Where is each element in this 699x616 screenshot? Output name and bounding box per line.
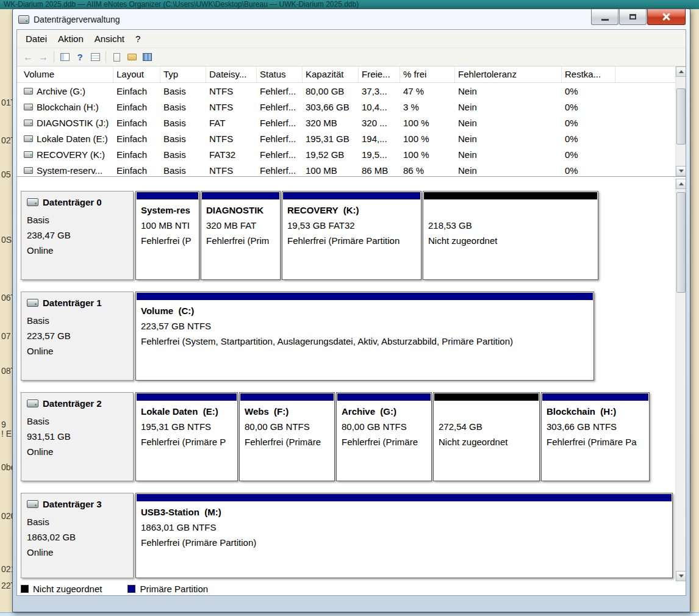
cell-typ: Basis <box>160 149 206 160</box>
menu-aktion[interactable]: Aktion <box>52 30 89 48</box>
volume-row-diagnostik-j[interactable]: DIAGNOSTIK (J:) Einfach Basis FAT Fehler… <box>17 115 686 131</box>
unallocated-region[interactable]: 218,53 GBNicht zugeordnet <box>423 191 598 280</box>
disk-name: Datenträger 2 <box>43 398 102 409</box>
scroll-up-button[interactable] <box>676 179 686 189</box>
disk-info-panel[interactable]: Datenträger 1 Basis 223,57 GB Online <box>21 292 134 381</box>
cell-layout: Einfach <box>113 149 160 160</box>
scroll-down-button[interactable] <box>676 166 686 176</box>
partition-recovery-k[interactable]: RECOVERY (K:)19,53 GB FAT32Fehlerfrei (P… <box>282 191 421 280</box>
back-icon[interactable] <box>21 51 35 64</box>
partition-status: Fehlerfrei (System, Startpartition, Ausl… <box>141 334 593 349</box>
partition-status: Fehlerfrei (Prim <box>206 233 280 248</box>
cell-restkapazitaet: 0% <box>562 118 615 128</box>
background-bottom-strip <box>0 612 699 616</box>
volume-row-lokale-daten-e[interactable]: Lokale Daten (E:) Einfach Basis NTFS Feh… <box>17 131 686 146</box>
background-text-fragment: 07 <box>1 331 11 341</box>
disk-info-panel[interactable]: Datenträger 2 Basis 931,51 GB Online <box>21 392 134 481</box>
disk-size: 238,47 GB <box>27 227 131 243</box>
console-tree-icon[interactable] <box>58 51 71 64</box>
col-frei[interactable]: Freie... <box>359 66 400 82</box>
volume-row-archive-g[interactable]: Archive (G:) Einfach Basis NTFS Fehlerf.… <box>17 83 686 99</box>
scrollbar-thumb[interactable] <box>676 88 686 145</box>
partition-webs-f[interactable]: Webs (F:)80,00 GB NTFSFehlerfrei (Primär… <box>239 392 335 481</box>
disk-name: Datenträger 3 <box>43 499 102 509</box>
partition-strip: System-res100 MB NTIFehlerfrei (P DIAGNO… <box>135 191 600 280</box>
partition-color-bar <box>337 393 431 401</box>
cell-fehlertoleranz: Nein <box>455 86 562 96</box>
minimize-button[interactable] <box>591 9 618 25</box>
volume-list: Volume Layout Typ Dateisy... Status Kapa… <box>17 66 686 176</box>
disk-info-panel[interactable]: Datenträger 3 Basis 1863,02 GB Online <box>21 493 134 578</box>
disk-info-panel[interactable]: Datenträger 0 Basis 238,47 GB Online <box>21 191 134 280</box>
partition-archive-g[interactable]: Archive (G:)80,00 GB NTFSFehlerfrei (Pri… <box>336 392 432 481</box>
partition-blockchain-h[interactable]: Blockchain (H:)303,66 GB NTFSFehlerfrei … <box>541 392 650 481</box>
cell-restkapazitaet: 0% <box>562 149 615 160</box>
disk-name: Datenträger 1 <box>43 298 102 308</box>
scrollbar-thumb[interactable] <box>676 192 686 293</box>
disk-view-icon[interactable] <box>140 51 154 64</box>
volume-icon <box>24 104 33 110</box>
close-icon <box>662 13 670 21</box>
scroll-up-button[interactable] <box>676 66 686 77</box>
cell-typ: Basis <box>160 165 206 176</box>
partition-color-bar <box>424 192 597 199</box>
volume-icon <box>24 88 33 95</box>
partition-status: Fehlerfrei (P <box>141 233 199 248</box>
forward-icon[interactable] <box>37 51 50 64</box>
partition-color-bar <box>137 192 198 199</box>
col-layout[interactable]: Layout <box>113 66 160 82</box>
background-window-titlebar[interactable]: WK-Diarium 2025.ddb — AIIM eNotes Organi… <box>0 0 699 9</box>
cell-frei: 19,5... <box>359 149 400 160</box>
volume-icon <box>24 167 33 174</box>
graphical-view-scrollbar[interactable] <box>675 179 686 581</box>
volume-row-system-reserviert[interactable]: System-reserv... Einfach Basis NTFS Fehl… <box>17 162 686 176</box>
partition-diagnostik[interactable]: DIAGNOSTIK320 MB FATFehlerfrei (Prim <box>201 191 281 280</box>
volume-list-scrollbar[interactable] <box>675 66 686 176</box>
col-typ[interactable]: Typ <box>160 66 206 82</box>
cell-fehlertoleranz: Nein <box>455 118 562 128</box>
volume-row-recovery-k[interactable]: RECOVERY (K:) Einfach Basis FAT32 Fehler… <box>17 146 686 162</box>
window-titlebar[interactable]: Datenträgerverwaltung <box>13 9 690 29</box>
partition-system-reserviert[interactable]: System-res100 MB NTIFehlerfrei (P <box>135 191 199 280</box>
partition-size: 195,31 GB NTFS <box>141 419 237 434</box>
col-restkapazitaet[interactable]: Restka... <box>562 66 615 82</box>
partition-volume-c[interactable]: Volume (C:)223,57 GB NTFSFehlerfrei (Sys… <box>135 292 594 381</box>
action-pane-icon[interactable] <box>88 51 102 64</box>
scroll-down-button[interactable] <box>676 571 686 581</box>
disk-icon <box>27 299 38 307</box>
cell-dateisystem: FAT <box>206 118 257 128</box>
maximize-button[interactable] <box>619 9 647 25</box>
window-controls <box>590 9 686 25</box>
menu-ansicht[interactable]: Ansicht <box>89 30 130 48</box>
col-fehlertoleranz[interactable]: Fehlertoleranz <box>455 66 562 82</box>
volume-row-blockchain-h[interactable]: Blockchain (H:) Einfach Basis NTFS Fehle… <box>17 99 686 115</box>
partition-usb3-station-m[interactable]: USB3-Station (M:)1863,01 GB NTFSFehlerfr… <box>135 493 673 578</box>
col-prozent-frei[interactable]: % frei <box>400 66 455 82</box>
col-kapazitaet[interactable]: Kapazität <box>303 66 359 82</box>
cell-volume: RECOVERY (K:) <box>21 149 113 160</box>
menu-hilfe[interactable]: ? <box>130 30 146 48</box>
disk-band-2: Datenträger 2 Basis 931,51 GB Online Lok… <box>21 392 671 481</box>
disk-type: Basis <box>27 212 131 227</box>
partition-lokale-daten-e[interactable]: Lokale Daten (E:)195,31 GB NTFSFehlerfre… <box>135 392 238 481</box>
properties-icon[interactable] <box>125 51 138 64</box>
unallocated-region[interactable]: 272,54 GBNicht zugeordnet <box>433 392 540 481</box>
col-volume[interactable]: Volume <box>21 66 113 82</box>
partition-status: Fehlerfrei (Primäre Partition <box>287 233 421 248</box>
graphical-view: Datenträger 0 Basis 238,47 GB Online Sys… <box>17 177 686 595</box>
help-icon[interactable] <box>73 51 87 64</box>
disk-status: Online <box>27 545 131 560</box>
partition-size: 303,66 GB NTFS <box>547 419 649 434</box>
export-list-icon[interactable] <box>110 51 123 64</box>
disk-icon <box>27 500 38 508</box>
partition-status: Nicht zugeordnet <box>428 233 598 248</box>
disk-icon <box>27 198 38 206</box>
cell-fehlertoleranz: Nein <box>455 165 562 176</box>
cell-layout: Einfach <box>113 86 160 96</box>
col-status[interactable]: Status <box>257 66 303 82</box>
close-button[interactable] <box>647 9 686 25</box>
col-dateisystem[interactable]: Dateisy... <box>206 66 257 82</box>
menu-datei[interactable]: Datei <box>20 30 52 48</box>
cell-volume: Lokale Daten (E:) <box>21 134 113 144</box>
legend-item-primary: Primäre Partition <box>127 584 208 594</box>
